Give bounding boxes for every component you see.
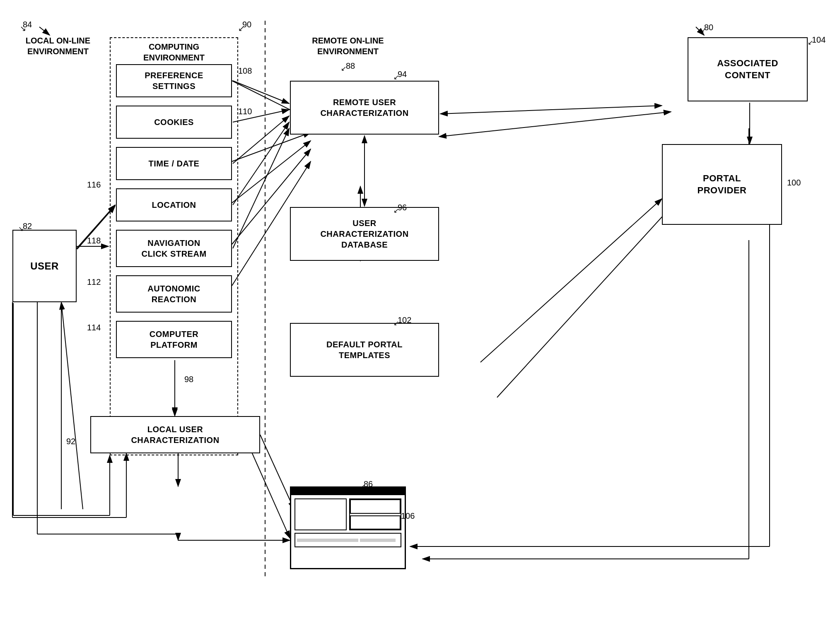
ref-118: 118 xyxy=(87,236,101,245)
arrow-94: ↙ xyxy=(393,73,399,81)
user-char-db-box: USERCHARACTERIZATIONDATABASE xyxy=(290,207,439,261)
browser-cell-wide xyxy=(294,533,401,547)
svg-line-42 xyxy=(440,106,662,114)
time-date-box: TIME / DATE xyxy=(116,147,232,180)
browser-cell-2 xyxy=(349,498,401,530)
arrow-102: ↙ xyxy=(393,319,399,327)
ref-110: 110 xyxy=(238,107,252,116)
svg-line-21 xyxy=(497,207,671,397)
svg-line-26 xyxy=(39,27,50,35)
location-box: LOCATION xyxy=(116,188,232,221)
arrow-96: ↙ xyxy=(393,207,399,214)
local-user-char-box: LOCAL USERCHARACTERIZATION xyxy=(90,416,260,453)
browser-bar2 xyxy=(360,539,396,542)
svg-line-37 xyxy=(233,81,289,103)
browser-content-area xyxy=(291,495,405,568)
svg-line-40 xyxy=(233,122,289,205)
arrow-84: ↘ xyxy=(20,24,26,33)
local-env-label: LOCAL ON-LINEENVIRONMENT xyxy=(12,35,104,57)
ref-100: 100 xyxy=(787,178,801,188)
arrow-86: ↙ xyxy=(360,483,365,491)
ref-82: 82 xyxy=(23,221,32,231)
svg-line-13 xyxy=(61,302,83,509)
arrow-104: ↙ xyxy=(808,39,813,46)
ref-94: 94 xyxy=(398,70,407,79)
computer-platform-box: COMPUTERPLATFORM xyxy=(116,321,232,358)
remote-user-char-box: REMOTE USERCHARACTERIZATION xyxy=(290,81,439,135)
ref-106: 106 xyxy=(401,511,415,521)
svg-line-48 xyxy=(260,435,294,509)
arrow-82-icon: ↘ xyxy=(18,225,24,233)
svg-line-39 xyxy=(233,116,289,164)
user-box: USER xyxy=(12,230,77,302)
autonomic-reaction-box: AUTONOMICREACTION xyxy=(116,275,232,313)
arrow-88: ↙ xyxy=(341,65,346,72)
ref-88: 88 xyxy=(346,61,355,71)
cookies-box: COOKIES xyxy=(116,106,232,139)
browser-titlebar xyxy=(291,488,405,495)
associated-content-box: ASSOCIATEDCONTENT xyxy=(688,37,808,101)
ref-102: 102 xyxy=(398,315,411,325)
remote-env-label: REMOTE ON-LINEENVIRONMENT xyxy=(282,35,414,57)
svg-line-19 xyxy=(439,112,671,137)
browser-cell-1 xyxy=(294,498,347,530)
diagram: 84 ↘ LOCAL ON-LINEENVIRONMENT 90 ↙ COMPU… xyxy=(0,0,840,633)
ref-104: 104 xyxy=(812,35,826,45)
svg-line-33 xyxy=(249,445,290,538)
svg-line-43 xyxy=(480,199,662,362)
ref-116: 116 xyxy=(87,180,101,190)
arrow-80: ↙ xyxy=(701,26,706,34)
preference-settings-box: PREFERENCESETTINGS xyxy=(116,64,232,97)
computing-env-label: COMPUTINGENVIRONMENT xyxy=(120,41,228,63)
browser-cell-2b xyxy=(350,515,401,530)
ref-96: 96 xyxy=(398,203,407,212)
portal-provider-box: PORTALPROVIDER xyxy=(662,144,782,225)
arrow-90: ↙ xyxy=(238,24,244,33)
svg-line-5 xyxy=(232,132,311,161)
ref-98: 98 xyxy=(184,375,193,384)
svg-line-41 xyxy=(233,128,289,248)
ref-108: 108 xyxy=(238,66,252,76)
svg-line-6 xyxy=(232,141,311,203)
ref-86: 86 xyxy=(364,479,373,489)
ref-114: 114 xyxy=(87,323,101,332)
navigation-click-stream-box: NAVIGATIONCLICK STREAM xyxy=(116,230,232,267)
browser-bar xyxy=(297,539,358,542)
ref-112: 112 xyxy=(87,277,101,287)
browser-display-box xyxy=(290,486,406,569)
browser-cell-2a xyxy=(350,499,401,514)
default-portal-templates-box: DEFAULT PORTALTEMPLATES xyxy=(290,323,439,377)
ref-92: 92 xyxy=(66,437,75,446)
